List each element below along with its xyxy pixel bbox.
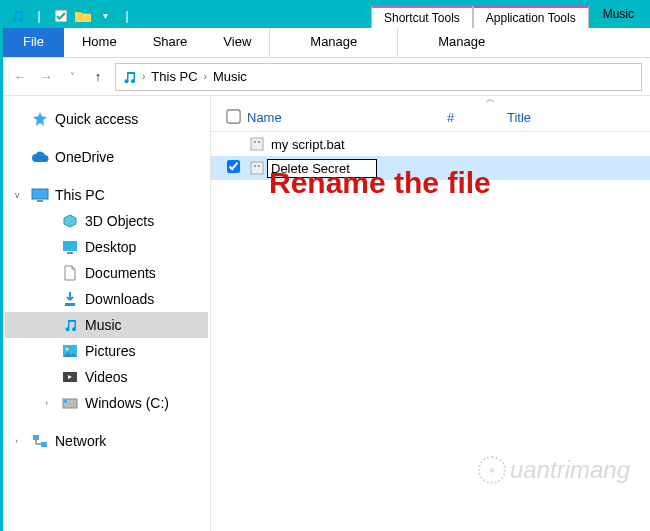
tree-item[interactable]: ›Windows (C:): [5, 390, 208, 416]
quick-access-toolbar: | ▾ |: [3, 3, 141, 28]
svg-point-17: [254, 165, 256, 167]
folder-type-icon: [61, 369, 79, 385]
svg-rect-2: [37, 200, 43, 202]
expand-icon[interactable]: ›: [15, 436, 25, 446]
breadcrumb-item[interactable]: This PC: [151, 69, 197, 84]
svg-point-7: [66, 348, 69, 351]
collapse-icon[interactable]: v: [15, 190, 25, 200]
file-type-icon: [247, 136, 267, 152]
tree-label: Downloads: [85, 291, 154, 307]
pc-icon: [31, 187, 49, 203]
tree-label: Network: [55, 433, 106, 449]
svg-rect-4: [67, 252, 73, 254]
watermark: ✶ uantrimang: [478, 456, 630, 484]
sort-indicator-icon: ︿: [486, 94, 495, 104]
folder-type-icon: [61, 213, 79, 229]
svg-rect-3: [63, 241, 77, 251]
network-icon: [31, 433, 49, 449]
ribbon-tab-view[interactable]: View: [205, 28, 269, 57]
main-area: Quick access OneDrive v This PC 3D Objec…: [3, 96, 650, 531]
ribbon-tab-manage-1[interactable]: Manage: [269, 28, 397, 57]
svg-rect-13: [251, 138, 263, 150]
file-tab[interactable]: File: [3, 28, 64, 57]
expand-icon[interactable]: ›: [45, 398, 55, 408]
star-icon: [31, 111, 49, 127]
tree-item[interactable]: Downloads: [5, 286, 208, 312]
tree-onedrive[interactable]: OneDrive: [5, 144, 208, 170]
dropdown-icon[interactable]: ▾: [97, 10, 113, 21]
column-title[interactable]: Title: [507, 110, 587, 125]
tree-this-pc[interactable]: v This PC: [5, 182, 208, 208]
tree-network[interactable]: › Network: [5, 428, 208, 454]
svg-rect-10: [64, 400, 67, 403]
tree-label: Desktop: [85, 239, 136, 255]
svg-rect-5: [65, 303, 75, 306]
watermark-icon: ✶: [478, 456, 506, 484]
tree-label: OneDrive: [55, 149, 114, 165]
music-icon: [122, 70, 136, 84]
tree-label: Quick access: [55, 111, 138, 127]
window-title: Music: [589, 3, 648, 28]
tree-item[interactable]: Documents: [5, 260, 208, 286]
checkbox-icon[interactable]: [53, 10, 69, 22]
address-bar: ← → ˅ ↑ › This PC › Music: [3, 58, 650, 96]
chevron-right-icon[interactable]: ›: [142, 71, 145, 82]
up-button[interactable]: ↑: [89, 69, 107, 84]
breadcrumb-item[interactable]: Music: [213, 69, 247, 84]
tree-item[interactable]: Videos: [5, 364, 208, 390]
tree-label: 3D Objects: [85, 213, 154, 229]
file-row[interactable]: my script.bat: [211, 132, 650, 156]
chevron-right-icon[interactable]: ›: [204, 71, 207, 82]
svg-rect-11: [33, 435, 39, 440]
column-track[interactable]: #: [447, 110, 507, 125]
ribbon-tab-share[interactable]: Share: [135, 28, 206, 57]
column-name[interactable]: Name: [247, 110, 447, 125]
svg-point-15: [258, 141, 260, 143]
file-type-icon: [247, 160, 267, 176]
tree-label: Documents: [85, 265, 156, 281]
tree-quick-access[interactable]: Quick access: [5, 106, 208, 132]
tree-label: Windows (C:): [85, 395, 169, 411]
tree-item[interactable]: Pictures: [5, 338, 208, 364]
folder-type-icon: [61, 239, 79, 255]
contextual-tab-shortcut[interactable]: Shortcut Tools: [371, 5, 473, 28]
divider-icon: |: [31, 9, 47, 23]
folder-type-icon: [61, 291, 79, 307]
tree-label: Music: [85, 317, 122, 333]
title-bar: | ▾ | Shortcut Tools Application Tools M…: [3, 3, 650, 28]
svg-rect-16: [251, 162, 263, 174]
navigation-tree: Quick access OneDrive v This PC 3D Objec…: [3, 96, 211, 531]
folder-type-icon: [61, 343, 79, 359]
svg-point-14: [254, 141, 256, 143]
svg-rect-1: [32, 189, 48, 199]
row-checkbox[interactable]: [219, 160, 247, 176]
folder-type-icon: [61, 317, 79, 333]
tree-label: Videos: [85, 369, 128, 385]
folder-type-icon: [61, 395, 79, 411]
folder-type-icon: [61, 265, 79, 281]
svg-point-18: [258, 165, 260, 167]
ribbon-tab-manage-2[interactable]: Manage: [397, 28, 525, 57]
tree-label: Pictures: [85, 343, 136, 359]
select-all-checkbox[interactable]: [219, 110, 247, 126]
folder-icon[interactable]: [75, 10, 91, 22]
back-button[interactable]: ←: [11, 69, 29, 84]
music-icon: [9, 9, 25, 23]
file-list-pane: ︿ Name # Title my script.bat Rename the …: [211, 96, 650, 531]
tree-item[interactable]: Desktop: [5, 234, 208, 260]
recent-dropdown[interactable]: ˅: [63, 71, 81, 82]
ribbon-tab-home[interactable]: Home: [64, 28, 135, 57]
divider-icon: |: [119, 9, 135, 23]
contextual-tab-application[interactable]: Application Tools: [473, 5, 589, 28]
annotation-text: Rename the file: [269, 166, 491, 200]
column-headers[interactable]: Name # Title: [211, 104, 650, 132]
tree-label: This PC: [55, 187, 105, 203]
cloud-icon: [31, 149, 49, 165]
forward-button[interactable]: →: [37, 69, 55, 84]
breadcrumb[interactable]: › This PC › Music: [115, 63, 642, 91]
file-name: my script.bat: [267, 137, 345, 152]
tree-item[interactable]: Music: [5, 312, 208, 338]
tree-item[interactable]: 3D Objects: [5, 208, 208, 234]
ribbon: File Home Share View Manage Manage: [3, 28, 650, 58]
svg-rect-12: [41, 442, 47, 447]
